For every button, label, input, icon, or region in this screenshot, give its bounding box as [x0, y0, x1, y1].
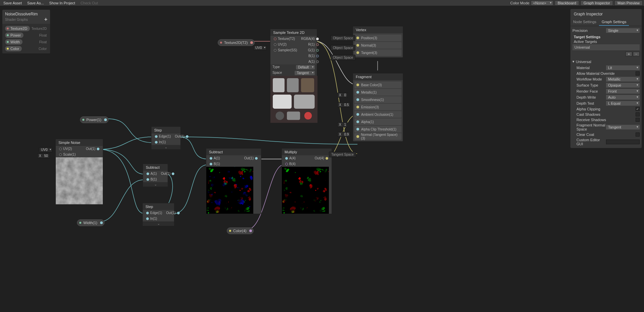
port-out-icon[interactable]: [316, 60, 319, 63]
port-out-icon[interactable]: [104, 118, 107, 121]
tab-graph-settings[interactable]: Graph Settings: [599, 18, 629, 26]
clear-coat-checkbox[interactable]: [636, 133, 640, 137]
blackboard-item-color[interactable]: Color Color: [4, 45, 49, 52]
port-out-icon[interactable]: [249, 229, 252, 232]
port-out-icon[interactable]: [316, 38, 319, 40]
blackboard-toggle[interactable]: Blackboard: [555, 0, 579, 6]
color-mode-dropdown[interactable]: <None>: [531, 0, 553, 6]
port-in-icon[interactable]: [356, 84, 359, 86]
receive-shadows-checkbox[interactable]: [636, 118, 640, 122]
chevron-down-icon[interactable]: ⌄: [143, 221, 174, 226]
sample-type-dropdown[interactable]: Default: [296, 65, 315, 69]
port-in-icon[interactable]: [210, 163, 212, 165]
graph-inspector-panel[interactable]: Graph Inspector Node Settings Graph Sett…: [570, 9, 642, 148]
blackboard-item-width[interactable]: Width Float: [4, 39, 49, 45]
main-preview-toggle[interactable]: Main Preview: [614, 0, 643, 6]
ao-input[interactable]: X 1: [337, 122, 348, 127]
node-subtract-1[interactable]: Subtract A(1) B(1) Out(1) ⌄: [143, 164, 168, 187]
port-in-icon[interactable]: [285, 163, 288, 165]
depth-write-dropdown[interactable]: Auto: [606, 95, 640, 100]
metallic-input[interactable]: X 0: [337, 93, 348, 98]
surface-dropdown[interactable]: Opaque: [606, 83, 640, 88]
port-out-icon[interactable]: [186, 135, 188, 138]
property-power[interactable]: Power(1): [80, 116, 109, 123]
node-step-2[interactable]: Step Edge(1) In(1) Out(1) ⌄: [142, 203, 174, 226]
port-in-icon[interactable]: [356, 128, 359, 131]
master-vertex[interactable]: Vertex Position(3) Normal(3) Tangent(3): [353, 26, 403, 58]
port-out-icon[interactable]: [100, 221, 103, 224]
port-in-icon[interactable]: [59, 153, 62, 156]
port-in-icon[interactable]: [155, 135, 158, 138]
precision-dropdown[interactable]: Single: [606, 28, 640, 33]
property-width[interactable]: Width(1): [77, 219, 104, 226]
port-out-icon[interactable]: [172, 172, 174, 175]
property-color[interactable]: Color(4): [227, 227, 254, 234]
render-face-dropdown[interactable]: Front: [606, 89, 640, 94]
universal-foldout[interactable]: ▾ Universal: [572, 58, 640, 65]
port-out-icon[interactable]: [316, 55, 319, 57]
master-fragment[interactable]: Fragment Base Color(3) Metallic(1) Smoot…: [353, 73, 403, 142]
blackboard-item-power[interactable]: Power Float: [4, 32, 49, 39]
material-dropdown[interactable]: Lit: [606, 65, 640, 70]
port-in-icon[interactable]: [146, 178, 149, 181]
blackboard-add-button[interactable]: +: [44, 16, 47, 22]
allow-override-checkbox[interactable]: [636, 71, 640, 75]
add-target-button[interactable]: +: [626, 52, 632, 56]
port-in-icon[interactable]: [356, 113, 359, 116]
target-universal-item[interactable]: Universal: [572, 44, 640, 50]
depth-test-dropdown[interactable]: L Equal: [606, 101, 640, 106]
port-out-icon[interactable]: [255, 157, 258, 160]
port-in-icon[interactable]: [356, 98, 359, 101]
save-asset-button[interactable]: Save Asset: [1, 1, 24, 5]
port-in-icon[interactable]: [356, 120, 359, 123]
sample-uv0-dropdown[interactable]: UV0: [253, 45, 267, 50]
port-in-icon[interactable]: [155, 141, 158, 144]
port-out-icon[interactable]: [250, 41, 253, 44]
fragment-normal-dropdown[interactable]: Tangent: [606, 125, 640, 129]
show-in-project-button[interactable]: Show In Project: [47, 1, 77, 5]
blackboard-item-texture2d[interactable]: Texture2D Texture2D: [4, 25, 49, 32]
port-in-icon[interactable]: [274, 38, 276, 40]
port-in-icon[interactable]: [146, 172, 149, 175]
port-in-icon[interactable]: [146, 217, 149, 220]
port-out-icon[interactable]: [316, 43, 319, 46]
uv0-dropdown[interactable]: UV0: [39, 147, 52, 152]
property-texture2d[interactable]: Texture2D(T2): [218, 39, 255, 46]
port-out-icon[interactable]: [326, 157, 328, 160]
port-out-icon[interactable]: [177, 212, 180, 214]
chevron-down-icon[interactable]: ⌄: [152, 145, 180, 149]
port-in-icon[interactable]: [356, 135, 359, 138]
chevron-down-icon[interactable]: ⌄: [143, 182, 168, 187]
node-simple-noise[interactable]: Simple Noise UV(2) Scale(1) Out(1): [55, 139, 103, 205]
port-out-icon[interactable]: [97, 148, 99, 150]
port-in-icon[interactable]: [274, 49, 276, 52]
smoothness-input[interactable]: X 0.5: [337, 102, 350, 107]
port-in-icon[interactable]: [356, 91, 359, 94]
node-subtract-2[interactable]: Subtract A(1) B(1) Out(1): [206, 148, 261, 214]
port-in-icon[interactable]: [210, 157, 212, 160]
tab-node-settings[interactable]: Node Settings: [570, 18, 599, 26]
port-in-icon[interactable]: [356, 44, 359, 47]
port-in-icon[interactable]: [274, 43, 276, 46]
sample-space-dropdown[interactable]: Tangent: [295, 71, 315, 75]
alpha-input[interactable]: X 0.9: [337, 132, 350, 137]
workflow-dropdown[interactable]: Metallic: [606, 77, 640, 82]
node-multiply[interactable]: Multiply A(4) B(4) Out(4): [282, 148, 332, 214]
node-step-1[interactable]: Step Edge(1) In(1) Out(1) ⌄: [151, 126, 181, 150]
blackboard-panel[interactable]: NoiseDissolveRim Shader Graphs + Texture…: [2, 9, 50, 54]
scale-input[interactable]: X 50: [37, 153, 50, 158]
port-in-icon[interactable]: [146, 212, 149, 214]
port-in-icon[interactable]: [356, 51, 359, 54]
alpha-clip-checkbox[interactable]: ✓: [636, 107, 640, 111]
port-in-icon[interactable]: [285, 157, 288, 160]
port-out-icon[interactable]: [316, 49, 319, 52]
port-in-icon[interactable]: [59, 148, 62, 150]
custom-gui-field[interactable]: [606, 140, 640, 144]
node-sample-texture-2d[interactable]: Sample Texture 2D Texture(T2) UV(2) Samp…: [270, 29, 317, 123]
port-in-icon[interactable]: [356, 37, 359, 39]
graph-inspector-toggle[interactable]: Graph Inspector: [581, 0, 613, 6]
port-in-icon[interactable]: [356, 106, 359, 108]
save-as-button[interactable]: Save As...: [25, 1, 46, 5]
cast-shadows-checkbox[interactable]: [636, 112, 640, 116]
remove-target-button[interactable]: −: [633, 52, 640, 56]
